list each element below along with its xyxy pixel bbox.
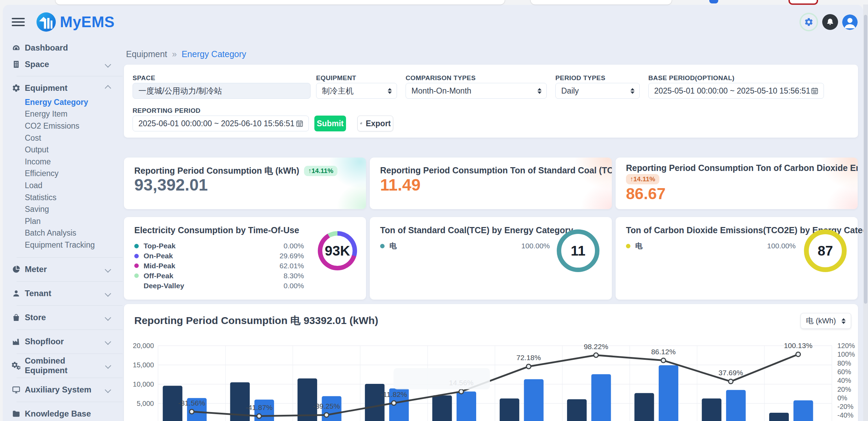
- notifications-bell-icon[interactable]: [822, 14, 838, 30]
- period-types-select[interactable]: Daily: [555, 83, 640, 99]
- sidebar-subitem-output[interactable]: Output: [3, 144, 123, 156]
- svg-text:-41.87%: -41.87%: [245, 403, 272, 411]
- donut-legend: Top-Peak0.00%On-Peak29.69%Mid-Peak62.01%…: [134, 241, 304, 291]
- sidebar-item-label: Meter: [25, 265, 47, 274]
- legend-percentage: 8.30%: [283, 272, 304, 280]
- donut-center-label: 87: [818, 243, 833, 259]
- sidebar-subitem-co2-emissions[interactable]: CO2 Emissions: [3, 120, 123, 132]
- bar-chart-card: Reporting Period Consumption 电 93392.01 …: [124, 304, 858, 421]
- sidebar-item-label: Knowledge Base: [25, 409, 91, 419]
- legend-dot-empty: [134, 283, 139, 288]
- svg-text:72.18%: 72.18%: [516, 354, 541, 361]
- settings-gear-icon[interactable]: [799, 13, 818, 31]
- unit-select[interactable]: 电 (kWh): [801, 313, 851, 329]
- donut-legend: 电100.00%: [626, 241, 796, 251]
- sidebar-subitem-plan[interactable]: Plan: [3, 215, 123, 227]
- comparison-types-select[interactable]: Month-On-Month: [406, 83, 547, 99]
- sidebar-item-label: Combined Equipment: [25, 356, 106, 375]
- export-button[interactable]: Export: [357, 116, 393, 131]
- trend-badge: ↑14.11%: [304, 166, 337, 176]
- legend-percentage: 62.01%: [280, 262, 304, 270]
- browser-secondary-bar[interactable]: [530, 0, 672, 5]
- sidebar-item-knowledge-base[interactable]: Knowledge Base: [3, 402, 123, 421]
- base-period-input[interactable]: 2025-05-01 00:00:00 ~ 2025-05-10 15:56:5…: [648, 83, 824, 99]
- sidebar-subitem-energy-item[interactable]: Energy Item: [3, 108, 123, 120]
- chevron-down-icon: [105, 290, 111, 296]
- sidebar-subitem-statistics[interactable]: Statistics: [3, 192, 123, 204]
- browser-url-bar[interactable]: [55, 0, 505, 5]
- legend-row: 电100.00%: [380, 241, 550, 251]
- calendar-icon: [811, 87, 819, 95]
- sidebar-item-combined-equipment[interactable]: Combined Equipment: [3, 354, 123, 378]
- sidebar-item-label: Auxiliary System: [25, 385, 91, 395]
- sidebar-item-dashboard[interactable]: Dashboard: [3, 40, 123, 56]
- select-arrows-icon: [388, 88, 392, 94]
- reporting-period-input[interactable]: 2025-06-01 00:00:00 ~ 2025-06-10 15:56:5…: [133, 116, 309, 131]
- sidebar-item-label: Space: [25, 60, 49, 69]
- gear-icon: [11, 84, 21, 93]
- donut-card-time-of-use: Electricity Consumption by Time-Of-Use T…: [124, 217, 366, 300]
- donut-card-tco2e: Ton of Carbon Dioxide Emissions(TCO2E) b…: [616, 217, 858, 300]
- breadcrumb-separator: »: [172, 49, 177, 59]
- page-scrollbar[interactable]: [863, 4, 868, 421]
- sidebar-item-tenant[interactable]: Tenant: [3, 282, 123, 305]
- app-logo[interactable]: MyEMS: [36, 12, 115, 32]
- sidebar-item-meter[interactable]: Meter: [3, 258, 123, 281]
- hamburger-menu-icon[interactable]: [12, 17, 25, 27]
- sidebar-item-label: Shopfloor: [25, 337, 64, 346]
- sidebar-subitem-batch-analysis[interactable]: Batch Analysis: [3, 227, 123, 239]
- person-icon: [11, 289, 21, 298]
- app-window: MyEMS DashboardSpaceEquipmentEnergy Cate…: [3, 4, 863, 421]
- sidebar-subitem-efficiency[interactable]: Efficiency: [3, 168, 123, 180]
- legend-row: Top-Peak0.00%: [134, 241, 304, 251]
- legend-dot-icon: [380, 244, 385, 248]
- svg-text:15,000: 15,000: [133, 361, 154, 369]
- stat-card-tco2e: Reporting Period Consumption Ton of Carb…: [616, 158, 858, 209]
- space-input[interactable]: 一度城/公用动力/制冷站: [133, 83, 311, 99]
- legend-percentage: 100.00%: [521, 242, 550, 250]
- svg-text:20%: 20%: [837, 386, 851, 393]
- stat-card-tce: Reporting Period Consumption Ton of Stan…: [370, 158, 612, 209]
- legend-label: Top-Peak: [144, 242, 176, 250]
- donut-legend: 电100.00%: [380, 241, 550, 251]
- breadcrumb-current[interactable]: Energy Category: [181, 49, 246, 59]
- legend-label: Deep-Valley: [144, 282, 184, 290]
- stat-card-value: 86.67: [626, 184, 666, 203]
- logo-text: MyEMS: [60, 13, 115, 31]
- sidebar-item-space[interactable]: Space: [3, 56, 123, 73]
- sidebar-item-label: Dashboard: [25, 43, 68, 53]
- submit-button[interactable]: Submit: [314, 116, 346, 131]
- top-navbar: MyEMS: [3, 4, 863, 40]
- sidebar-subitem-income[interactable]: Income: [3, 156, 123, 168]
- sidebar-subitem-load[interactable]: Load: [3, 180, 123, 192]
- chevron-down-icon: [105, 387, 111, 393]
- equipment-select[interactable]: 制冷主机: [316, 83, 397, 99]
- svg-text:86.12%: 86.12%: [651, 348, 676, 356]
- browser-red-button-fragment[interactable]: [788, 0, 818, 5]
- sidebar-subitem-saving[interactable]: Saving: [3, 203, 123, 215]
- sidebar-subitem-energy-category[interactable]: Energy Category: [3, 96, 123, 108]
- sidebar-subitem-cost[interactable]: Cost: [3, 132, 123, 144]
- donut-card-tce: Ton of Standard Coal(TCE) by Energy Cate…: [370, 217, 612, 300]
- base-period-label: BASE PERIOD(OPTIONAL): [648, 74, 734, 82]
- space-label: SPACE: [133, 74, 155, 82]
- sidebar-item-store[interactable]: Store: [3, 306, 123, 330]
- donut-center-label: 11: [571, 243, 585, 259]
- user-avatar[interactable]: [842, 14, 858, 30]
- legend-dot-icon: [626, 244, 630, 248]
- sidebar-subitem-equipment-tracking[interactable]: Equipment Tracking: [3, 239, 123, 251]
- svg-text:-11.82%: -11.82%: [381, 390, 407, 398]
- monitor-icon: [11, 385, 21, 394]
- breadcrumb-parent[interactable]: Equipment: [126, 49, 167, 59]
- export-icon: [360, 120, 362, 127]
- svg-text:80%: 80%: [837, 359, 851, 367]
- sidebar-nav: DashboardSpaceEquipmentEnergy CategoryEn…: [3, 40, 123, 421]
- sidebar-item-shopfloor[interactable]: Shopfloor: [3, 330, 123, 354]
- sidebar-item-equipment[interactable]: Equipment: [3, 80, 123, 96]
- myems-logo-icon: [36, 12, 56, 32]
- scrollbar-thumb[interactable]: [864, 15, 867, 304]
- gauge-icon: [11, 43, 21, 52]
- sidebar-item-auxiliary-system[interactable]: Auxiliary System: [3, 378, 123, 402]
- chevron-up-icon: [105, 85, 111, 91]
- svg-text:-40%: -40%: [837, 411, 854, 419]
